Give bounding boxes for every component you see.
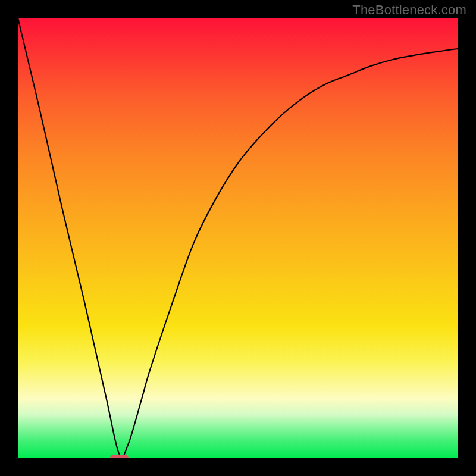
watermark-text: TheBottleneck.com <box>352 2 466 18</box>
plot-area <box>18 18 458 458</box>
chart-container: TheBottleneck.com <box>0 0 476 476</box>
minimum-marker <box>110 455 129 458</box>
gradient-background <box>18 18 458 458</box>
